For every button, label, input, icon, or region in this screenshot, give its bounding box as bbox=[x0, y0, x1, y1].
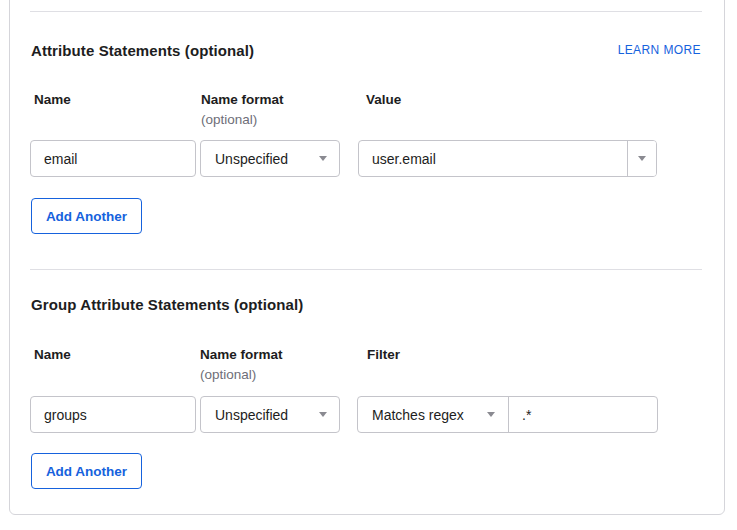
group-filter-value-input[interactable] bbox=[509, 397, 657, 432]
group-filter-column-label: Filter bbox=[367, 347, 400, 362]
attr-name-format-selected-value: Unspecified bbox=[215, 151, 288, 167]
section-divider-top bbox=[30, 11, 702, 12]
group-filter-type-selected-value: Matches regex bbox=[372, 407, 464, 423]
chevron-down-icon bbox=[487, 412, 495, 417]
group-name-input[interactable] bbox=[30, 396, 196, 433]
group-attribute-statements-title: Group Attribute Statements (optional) bbox=[31, 296, 303, 313]
group-name-format-selected-value: Unspecified bbox=[215, 407, 288, 423]
attr-name-format-optional-label: (optional) bbox=[201, 112, 257, 127]
section-divider-middle bbox=[30, 269, 702, 270]
group-add-another-button[interactable]: Add Another bbox=[31, 453, 142, 489]
attr-add-another-button[interactable]: Add Another bbox=[31, 198, 142, 234]
attr-value-input[interactable] bbox=[359, 141, 627, 176]
learn-more-link[interactable]: LEARN MORE bbox=[560, 43, 701, 57]
group-name-format-column-label: Name format bbox=[200, 347, 283, 362]
attr-value-dropdown-button[interactable] bbox=[627, 141, 656, 176]
attr-name-column-label: Name bbox=[34, 92, 71, 107]
attr-name-format-column-label: Name format bbox=[201, 92, 284, 107]
attr-value-column-label: Value bbox=[366, 92, 401, 107]
group-name-column-label: Name bbox=[34, 347, 71, 362]
settings-panel bbox=[9, 0, 725, 515]
attr-value-combo-field bbox=[358, 140, 657, 177]
attribute-statements-title: Attribute Statements (optional) bbox=[31, 42, 254, 59]
group-filter-combo-field: Matches regex bbox=[357, 396, 658, 433]
saml-settings-form: Attribute Statements (optional) LEARN MO… bbox=[0, 0, 737, 530]
chevron-down-icon bbox=[319, 412, 327, 417]
attr-name-format-select[interactable]: Unspecified bbox=[200, 140, 340, 177]
chevron-down-icon bbox=[638, 156, 646, 161]
attr-name-input[interactable] bbox=[30, 140, 196, 177]
group-filter-type-select[interactable]: Matches regex bbox=[358, 397, 509, 432]
group-name-format-optional-label: (optional) bbox=[200, 367, 256, 382]
chevron-down-icon bbox=[319, 156, 327, 161]
group-name-format-select[interactable]: Unspecified bbox=[200, 396, 340, 433]
